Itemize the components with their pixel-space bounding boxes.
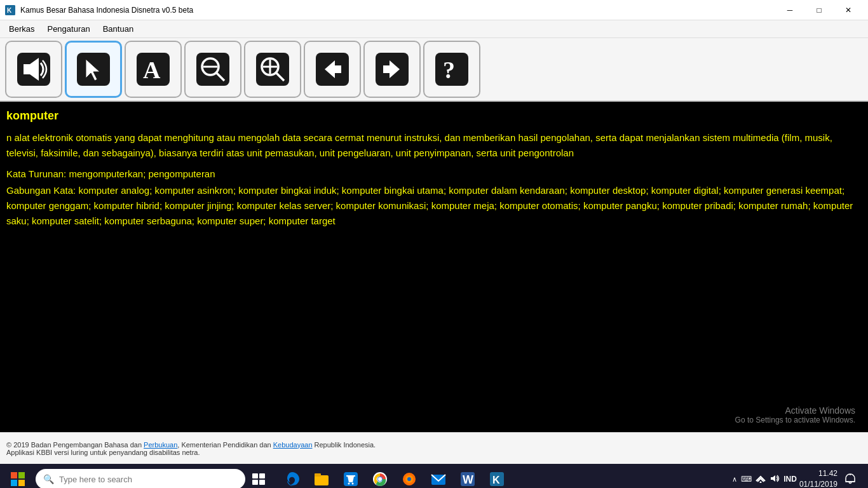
svg-text:K: K [7, 7, 12, 14]
svg-rect-20 [335, 65, 341, 73]
zoom-out-button[interactable] [184, 41, 241, 98]
window-controls: ─ □ ✕ [775, 0, 863, 20]
taskbar-app-mail[interactable] [424, 464, 452, 488]
word-turunan: Kata Turunan: mengomputerkan; pengompute… [6, 168, 862, 179]
font-button[interactable]: A [125, 41, 182, 98]
menu-pengaturan[interactable]: Pengaturan [41, 22, 96, 36]
svg-rect-32 [252, 480, 258, 485]
taskbar-search-input[interactable] [59, 475, 238, 484]
svg-text:?: ? [443, 57, 455, 83]
svg-rect-27 [18, 472, 25, 478]
clock-date: 01/11/2019 [799, 479, 837, 488]
tray-keyboard-icon: ⌨ [741, 475, 752, 484]
cursor-button[interactable] [65, 41, 122, 98]
close-button[interactable]: ✕ [834, 0, 863, 20]
system-tray[interactable]: ∧ ⌨ IND [732, 474, 797, 485]
gabungan-value: komputer analog; komputer asinkron; komp… [6, 185, 853, 226]
svg-point-37 [348, 483, 350, 485]
svg-rect-13 [256, 53, 289, 86]
footer-line2: Applikasi KBBI versi luring untuk penyan… [6, 449, 862, 456]
word-title: komputer [6, 109, 862, 123]
taskbar-app-explorer[interactable] [308, 464, 336, 488]
svg-rect-9 [196, 53, 229, 86]
menu-bar: Berkas Pengaturan Bantuan [0, 20, 868, 38]
back-button[interactable] [304, 41, 361, 98]
taskbar-app-chrome[interactable] [366, 464, 394, 488]
svg-rect-3 [24, 64, 30, 74]
taskbar-search-icon: 🔍 [43, 474, 54, 484]
tray-lang[interactable]: IND [783, 475, 797, 484]
svg-point-45 [407, 477, 411, 481]
svg-text:K: K [492, 475, 500, 485]
taskbar-app-edge[interactable] [278, 464, 306, 488]
svg-rect-35 [315, 473, 321, 477]
taskbar-right: ∧ ⌨ IND 11.42 01/11/2019 [732, 464, 865, 488]
app-icon: K [5, 5, 15, 15]
tray-volume-icon[interactable] [770, 474, 780, 485]
menu-berkas[interactable]: Berkas [3, 22, 41, 36]
taskbar-app-store[interactable] [337, 464, 365, 488]
forward-button[interactable] [363, 41, 421, 98]
svg-text:W: W [463, 473, 473, 486]
start-button[interactable] [3, 464, 33, 488]
window-title: Kamus Besar Bahasa Indonesia Disnetra v0… [20, 6, 193, 15]
title-bar-left: K Kamus Besar Bahasa Indonesia Disnetra … [5, 5, 193, 15]
footer-line1: © 2019 Badan Pengembangan Bahasa dan Per… [6, 441, 862, 449]
svg-text:A: A [143, 57, 161, 83]
svg-rect-29 [18, 480, 25, 486]
taskbar: 🔍 [0, 464, 868, 488]
svg-rect-31 [259, 473, 265, 478]
word-gabungan: Gabungan Kata: komputer analog; komputer… [6, 183, 862, 229]
toolbar: A [0, 38, 868, 102]
help-button[interactable]: ? [423, 41, 480, 98]
turunan-value: mengomputerkan; pengomputeran [69, 168, 215, 179]
taskbar-task-view[interactable] [245, 464, 273, 488]
word-definition: n alat elektronik otomatis yang dapat me… [6, 130, 862, 161]
svg-rect-33 [259, 480, 265, 485]
svg-rect-23 [383, 65, 390, 73]
clock-time: 11.42 [799, 468, 837, 479]
turunan-label: Kata Turunan: [6, 168, 66, 179]
speak-button[interactable] [5, 41, 62, 98]
notification-button[interactable] [840, 464, 860, 488]
taskbar-search-box[interactable]: 🔍 [36, 469, 245, 488]
svg-rect-26 [11, 472, 17, 478]
tray-network-icon[interactable] [756, 474, 766, 485]
title-bar: K Kamus Besar Bahasa Indonesia Disnetra … [0, 0, 868, 20]
svg-rect-39 [346, 475, 355, 477]
zoom-in-button[interactable] [244, 41, 301, 98]
taskbar-clock[interactable]: 11.42 01/11/2019 [799, 468, 837, 488]
menu-bantuan[interactable]: Bantuan [97, 22, 140, 36]
footer-bar: © 2019 Badan Pengembangan Bahasa dan Per… [0, 432, 868, 464]
taskbar-app-kbbi[interactable]: K [483, 464, 511, 488]
svg-rect-34 [315, 475, 329, 485]
tray-chevron[interactable]: ∧ [732, 475, 737, 484]
svg-point-51 [760, 481, 762, 483]
svg-marker-52 [771, 475, 775, 482]
gabungan-label: Gabungan Kata: [6, 185, 76, 196]
svg-point-42 [378, 477, 382, 481]
svg-point-38 [352, 483, 354, 485]
svg-rect-28 [11, 480, 17, 486]
taskbar-app-firefox[interactable] [395, 464, 423, 488]
svg-rect-30 [252, 473, 258, 478]
minimize-button[interactable]: ─ [775, 0, 804, 20]
taskbar-app-word[interactable]: W [454, 464, 482, 488]
maximize-button[interactable]: □ [804, 0, 834, 20]
taskbar-apps: W K [278, 464, 511, 488]
content-area: komputer n alat elektronik otomatis yang… [0, 102, 868, 432]
